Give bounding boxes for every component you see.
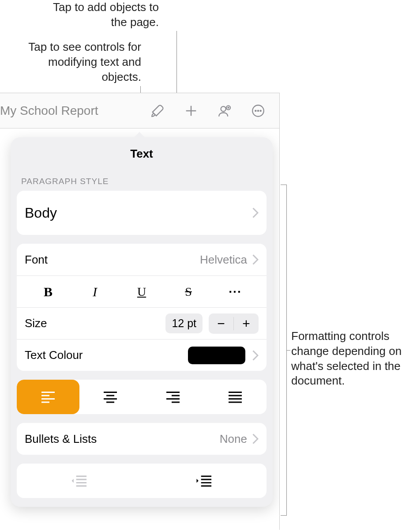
- chevron-right-icon: [252, 350, 259, 361]
- italic-button[interactable]: I: [71, 276, 118, 307]
- format-popover: Text PARAGRAPH STYLE Body Font Helvetica…: [11, 137, 273, 507]
- font-card: Font Helvetica B I U S ··· Size 12 pt − …: [17, 244, 267, 371]
- callout-format-controls: Tap to see controls for modifying text a…: [18, 40, 141, 84]
- leader-line: [176, 31, 177, 102]
- chevron-right-icon: [252, 208, 259, 218]
- font-row[interactable]: Font Helvetica: [17, 244, 267, 275]
- colour-swatch: [188, 347, 245, 364]
- alignment-card: [17, 380, 267, 414]
- paragraph-style-card[interactable]: Body: [17, 191, 267, 235]
- size-increase-button[interactable]: +: [234, 313, 259, 334]
- bracket: [281, 185, 287, 516]
- bullets-value: None: [220, 432, 247, 446]
- bullets-card[interactable]: Bullets & Lists None: [17, 423, 267, 455]
- callout-add-objects: Tap to add objects to the page.: [53, 0, 159, 30]
- bold-button[interactable]: B: [25, 276, 71, 307]
- document-title: My School Report: [0, 104, 141, 118]
- more-circle-icon[interactable]: [241, 98, 275, 124]
- more-text-options-button[interactable]: ···: [212, 276, 259, 307]
- collaborate-icon[interactable]: [208, 98, 241, 124]
- paragraph-style-label: PARAGRAPH STYLE: [11, 169, 273, 191]
- size-decrease-button[interactable]: −: [209, 313, 233, 334]
- indent-card: [17, 464, 267, 498]
- align-right-button[interactable]: [142, 380, 204, 414]
- svg-point-0: [221, 106, 226, 111]
- toolbar: My School Report: [0, 93, 279, 128]
- leader-line: [287, 350, 290, 351]
- paragraph-style-value: Body: [25, 205, 252, 221]
- app-window: My School Report: [0, 93, 280, 530]
- indent-button[interactable]: [142, 464, 267, 498]
- size-label: Size: [25, 317, 165, 330]
- format-brush-icon[interactable]: [141, 98, 174, 124]
- svg-point-5: [260, 110, 261, 111]
- font-label: Font: [25, 253, 200, 267]
- outdent-button[interactable]: [17, 464, 142, 498]
- strikethrough-button[interactable]: S: [165, 276, 212, 307]
- underline-button[interactable]: U: [118, 276, 165, 307]
- plus-icon[interactable]: [174, 98, 208, 124]
- popover-title: Text: [11, 137, 273, 169]
- size-stepper: − +: [209, 313, 259, 334]
- chevron-right-icon: [252, 254, 259, 265]
- align-left-button[interactable]: [17, 380, 79, 414]
- text-style-row: B I U S ···: [17, 275, 267, 307]
- svg-point-3: [255, 110, 256, 111]
- callout-side-note: Formatting controls change depending on …: [291, 329, 410, 389]
- text-colour-row[interactable]: Text Colour: [17, 339, 267, 371]
- size-row: Size 12 pt − +: [17, 307, 267, 339]
- align-justify-button[interactable]: [204, 380, 267, 414]
- chevron-right-icon: [252, 434, 259, 444]
- text-colour-label: Text Colour: [25, 348, 188, 362]
- svg-point-4: [258, 110, 259, 111]
- size-value[interactable]: 12 pt: [165, 313, 203, 333]
- bullets-label: Bullets & Lists: [25, 432, 220, 446]
- popover-arrow: [133, 132, 146, 138]
- font-value: Helvetica: [200, 253, 247, 267]
- align-center-button[interactable]: [79, 380, 142, 414]
